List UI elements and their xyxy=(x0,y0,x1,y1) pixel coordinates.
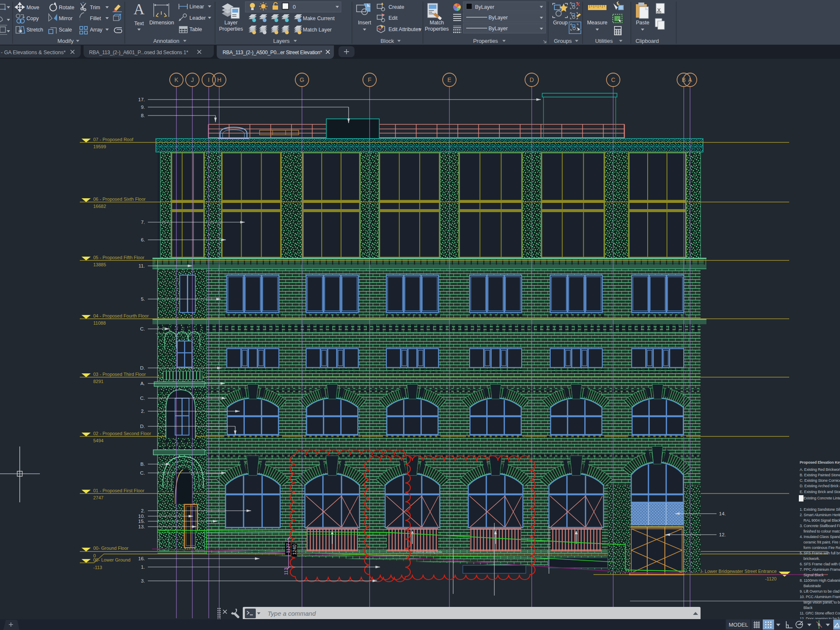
svg-text:Annotation: Annotation xyxy=(153,38,179,44)
svg-text:Dimension: Dimension xyxy=(149,20,174,26)
svg-text:4. Insulated Glass Spandrel p: 4. Insulated Glass Spandrel p xyxy=(800,535,840,539)
svg-text:brickwork.: brickwork. xyxy=(803,556,820,561)
svg-text:-1120: -1120 xyxy=(765,576,777,581)
svg-text:Trim: Trim xyxy=(90,5,100,10)
svg-text:RAL 9004 Signal Black: RAL 9004 Signal Black xyxy=(803,518,840,522)
svg-text:H: H xyxy=(217,76,221,83)
svg-text:Groups: Groups xyxy=(554,38,572,44)
svg-text:Proposed Elevation Key: Proposed Elevation Key xyxy=(800,460,840,465)
svg-text:External Seating Area: External Seating Area xyxy=(414,550,442,554)
svg-text:14.: 14. xyxy=(719,511,726,516)
svg-text:16682: 16682 xyxy=(93,204,106,209)
svg-text:K: K xyxy=(174,76,178,83)
svg-text:-113: -113 xyxy=(93,565,102,570)
svg-text:J: J xyxy=(191,76,194,83)
svg-text:07 - Proposed Roof: 07 - Proposed Roof xyxy=(93,137,134,142)
svg-text:Balustrade: Balustrade xyxy=(803,584,821,588)
svg-text:Properties: Properties xyxy=(473,38,498,44)
svg-text:5.: 5. xyxy=(141,297,145,302)
svg-text:Text: Text xyxy=(134,21,144,26)
svg-text:Properties: Properties xyxy=(425,26,449,32)
svg-text:00- Lower Ground: 00- Lower Ground xyxy=(93,557,131,562)
svg-text:Layer: Layer xyxy=(224,20,237,26)
svg-text:Group: Group xyxy=(553,20,568,26)
svg-text:7. PPC Aluminium Frame finis: 7. PPC Aluminium Frame finis xyxy=(800,567,840,572)
svg-text:1. Existing Sandstone Sill to: 1. Existing Sandstone Sill to b xyxy=(800,507,840,512)
svg-text:ByLayer: ByLayer xyxy=(488,26,508,32)
svg-text:Paste: Paste xyxy=(636,20,649,26)
svg-text:0: 0 xyxy=(293,4,296,10)
svg-text:03 - Proposed Third Floor: 03 - Proposed Third Floor xyxy=(93,372,146,377)
svg-text:Existing Concrete Lintel: Existing Concrete Lintel xyxy=(803,496,840,500)
svg-text:11.: 11. xyxy=(139,263,145,268)
svg-text:2.: 2. xyxy=(141,508,145,513)
svg-text:1240: 1240 xyxy=(292,545,297,555)
svg-text:04 - Proposed Fourth Floor: 04 - Proposed Fourth Floor xyxy=(93,313,149,318)
svg-text:9.: 9. xyxy=(141,105,145,110)
svg-text:Rotate: Rotate xyxy=(59,5,74,10)
svg-text:Insert: Insert xyxy=(358,20,371,26)
svg-text:13.: 13. xyxy=(138,524,145,529)
svg-text:10. PCC Aluminium Frame a: 10. PCC Aluminium Frame a xyxy=(800,595,840,599)
svg-text:A: A xyxy=(688,76,692,83)
svg-text:C.: C. xyxy=(140,326,145,331)
svg-text:A. Existing Red Brickwork: A. Existing Red Brickwork xyxy=(800,467,840,472)
svg-text:5. SFS Frame with full brick c: 5. SFS Frame with full brick c xyxy=(800,551,840,555)
svg-text:Block: Block xyxy=(381,38,394,44)
svg-text:D. Existing Arched Brick and: D. Existing Arched Brick and xyxy=(800,484,840,488)
svg-text:9. Lift Overrun to be clad in: 9. Lift Overrun to be clad in E xyxy=(800,589,840,593)
svg-text:01 - Proposed First Floor: 01 - Proposed First Floor xyxy=(93,488,144,493)
svg-text:C: C xyxy=(611,76,615,83)
svg-text:Clipboard: Clipboard xyxy=(635,38,659,44)
svg-text:12.: 12. xyxy=(719,532,726,537)
svg-text:8291: 8291 xyxy=(93,379,103,384)
svg-text:19599: 19599 xyxy=(93,144,106,149)
svg-text:2.: 2. xyxy=(141,409,145,414)
svg-text:Create: Create xyxy=(388,4,404,10)
svg-text:large vision panel, to be fin: large vision panel, to be fin xyxy=(803,600,840,604)
svg-text:06 - Proposed Sixth Floor: 06 - Proposed Sixth Floor xyxy=(93,197,146,202)
svg-text:Stretch: Stretch xyxy=(26,27,43,33)
svg-text:11088: 11088 xyxy=(93,320,106,326)
svg-text:ByLayer: ByLayer xyxy=(488,15,508,21)
svg-text:E. Existing Brick and Stone W: E. Existing Brick and Stone W xyxy=(800,490,840,494)
svg-text:3.: 3. xyxy=(141,578,145,583)
svg-text:Layers: Layers xyxy=(273,38,290,44)
svg-text:2. Smart Aluminium Heritage: 2. Smart Aluminium Heritage xyxy=(800,513,840,517)
svg-text:Modify: Modify xyxy=(58,38,74,44)
svg-text:finished to colour match ex: finished to colour match ex xyxy=(803,529,840,533)
svg-text:02 - Proposed Second Floor: 02 - Proposed Second Floor xyxy=(93,431,151,436)
svg-text:3. Concrete Stallboard Firefly: 3. Concrete Stallboard Firefly xyxy=(800,524,840,528)
svg-text:7.: 7. xyxy=(141,220,145,225)
svg-text:C.: C. xyxy=(140,470,145,475)
svg-text:00- Lower Bridgewater Street E: 00- Lower Bridgewater Street Entrance xyxy=(697,569,777,574)
svg-text:I: I xyxy=(208,76,210,83)
svg-text:1.: 1. xyxy=(141,564,145,570)
svg-text:Array: Array xyxy=(90,27,103,33)
svg-text:15.: 15. xyxy=(138,519,145,524)
svg-text:A.: A. xyxy=(140,381,145,386)
svg-text:Properties: Properties xyxy=(219,26,243,32)
svg-text:5494: 5494 xyxy=(93,438,103,443)
svg-text:C.: C. xyxy=(140,396,145,401)
svg-text:13885: 13885 xyxy=(93,262,106,267)
svg-text:F: F xyxy=(368,76,372,83)
svg-text:Leader: Leader xyxy=(189,15,206,21)
svg-text:B. Existing Painted Stonework: B. Existing Painted Stonework xyxy=(800,473,840,477)
svg-text:D.: D. xyxy=(140,424,145,429)
svg-text:RBA_113_(2-)_A500_P0...er Stre: RBA_113_(2-)_A500_P0...er Street Elevati… xyxy=(223,50,322,55)
svg-text:D.: D. xyxy=(140,365,145,370)
svg-text:05 - Proposed Fifth Floor: 05 - Proposed Fifth Floor xyxy=(93,255,144,260)
svg-text:10.: 10. xyxy=(138,514,145,519)
svg-text:00- Ground Floor: 00- Ground Floor xyxy=(93,546,129,551)
svg-text:Linear: Linear xyxy=(189,4,204,10)
svg-text:Table: Table xyxy=(189,26,202,32)
svg-text:17.: 17. xyxy=(138,97,145,102)
svg-text:Mirror: Mirror xyxy=(59,16,73,21)
svg-text:A: A xyxy=(134,1,144,18)
svg-text:2747: 2747 xyxy=(93,495,103,500)
svg-text:ceramic frit paint. Fire stop: ceramic frit paint. Fire stop xyxy=(803,540,840,544)
svg-text:E: E xyxy=(447,76,451,83)
svg-text:1127: 1127 xyxy=(286,543,291,553)
svg-text:8.: 8. xyxy=(141,113,145,118)
